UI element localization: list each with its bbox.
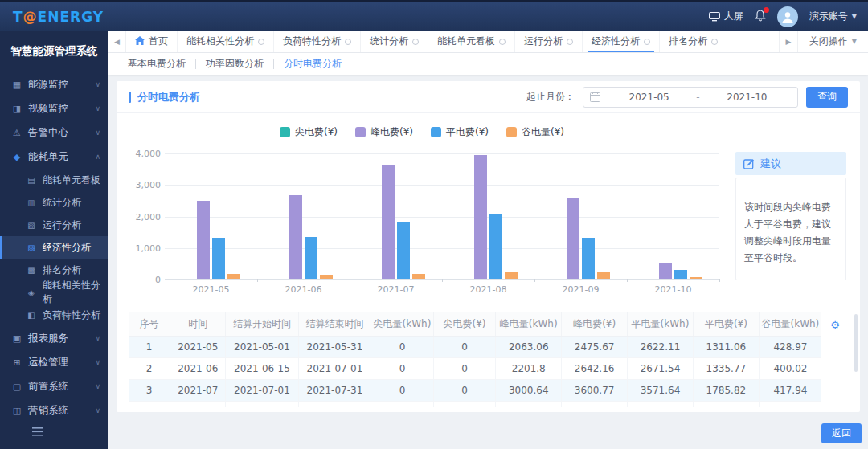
tab-close-icon[interactable] [499, 39, 506, 45]
sidebar-item-label: 视频监控 [28, 102, 68, 116]
back-button[interactable]: 返回 [821, 423, 862, 443]
subtab-基本电费分析[interactable]: 基本电费分析 [118, 57, 195, 71]
table-row[interactable]: 42021-082021-08-012021-08-31003266.53920… [129, 401, 821, 407]
tab-能耗单元看板[interactable]: 能耗单元看板 [428, 31, 515, 52]
hamburger-icon [32, 427, 43, 436]
tab-排名分析[interactable]: 排名分析 [660, 31, 727, 52]
tab-负荷特性分析[interactable]: 负荷特性分析 [274, 31, 361, 52]
bar-平电费(¥)[interactable] [397, 222, 410, 279]
legend-item-谷电量(¥)[interactable]: 谷电量(¥) [506, 125, 564, 139]
end-month-value[interactable]: 2021-10 [703, 92, 791, 103]
table-cell: 0 [433, 401, 496, 407]
big-screen-button[interactable]: 大屏 [709, 10, 743, 23]
top-bar: T@ENERGY 大屏 演示账号 ▼ [0, 0, 868, 31]
app-logo: T@ENERGY [13, 9, 104, 25]
subtab-bar: 基本电费分析功率因数分析分时电费分析 [108, 53, 868, 75]
y-axis-tick-label: 1,000 [129, 243, 161, 254]
table-row[interactable]: 32021-072021-07-012021-07-31003000.64360… [129, 379, 821, 401]
tabs-scroll-left-button[interactable]: ◀ [108, 31, 126, 52]
tab-close-icon[interactable] [567, 39, 573, 45]
table-cell: 428.97 [759, 336, 821, 357]
scrollbar-thumb[interactable] [854, 314, 858, 372]
tab-经济性分析[interactable]: 经济性分析 [583, 31, 660, 52]
subtab-功率因数分析[interactable]: 功率因数分析 [196, 57, 273, 71]
bar-峰电费(¥)[interactable] [289, 195, 302, 279]
tab-close-icon[interactable] [345, 39, 351, 45]
tab-close-icon[interactable] [258, 39, 264, 45]
legend-item-峰电费(¥)[interactable]: 峰电费(¥) [355, 125, 413, 139]
tab-统计分析[interactable]: 统计分析 [361, 31, 428, 52]
bar-平电费(¥)[interactable] [212, 238, 225, 279]
sidebar-item-correlation-analysis[interactable]: ◈能耗相关性分析 [0, 281, 108, 304]
query-button[interactable]: 查询 [806, 87, 848, 108]
chevron-down-icon: ▼ [852, 13, 857, 20]
bar-峰电费(¥)[interactable] [197, 201, 210, 279]
sidebar-item-marketing-system[interactable]: ◫营销系统∨ [0, 398, 108, 422]
sidebar-item-load-characteristic[interactable]: ◧负荷特性分析 [0, 304, 108, 326]
suggestion-title: 建议 [760, 157, 781, 171]
bar-峰电费(¥)[interactable] [382, 165, 395, 279]
bar-峰电费(¥)[interactable] [659, 263, 672, 279]
legend-item-尖电费(¥)[interactable]: 尖电费(¥) [280, 125, 338, 139]
tab-close-icon[interactable] [644, 39, 650, 45]
tab-close-icon[interactable] [412, 39, 419, 45]
start-month-value[interactable]: 2021-05 [605, 92, 693, 103]
tab-home[interactable]: 首页 [126, 31, 178, 52]
table-row[interactable]: 12021-052021-05-012021-05-31002063.06247… [129, 336, 821, 357]
month-range-picker[interactable]: 2021-05 - 2021-10 [583, 87, 798, 108]
bar-谷电量(¥)[interactable] [320, 275, 333, 279]
bar-谷电量(¥)[interactable] [505, 272, 518, 279]
bar-group-2021-08 [459, 155, 518, 279]
bar-平电费(¥)[interactable] [674, 270, 687, 279]
table-cell: 2021-07-01 [226, 379, 299, 401]
table-row[interactable]: 22021-062021-06-152021-07-01002201.82642… [129, 357, 821, 379]
sidebar-item-unit-dashboard[interactable]: ▤能耗单元看板 [0, 169, 108, 191]
sidebar-item-label: 排名分析 [43, 263, 81, 277]
sidebar-item-energy-monitor[interactable]: ▦能源监控∨ [0, 72, 108, 96]
bar-谷电量(¥)[interactable] [412, 274, 425, 279]
legend-item-平电费(¥)[interactable]: 平电费(¥) [431, 125, 489, 139]
sidebar-item-stats-analysis[interactable]: ▥统计分析 [0, 191, 108, 214]
account-menu[interactable]: 演示账号 ▼ [809, 10, 857, 23]
chevron-down-icon: ∨ [95, 406, 100, 414]
sidebar-item-maintenance[interactable]: ⊞运检管理∨ [0, 350, 108, 374]
sidebar-item-operation-analysis[interactable]: ▧运行分析 [0, 214, 108, 236]
bar-峰电费(¥)[interactable] [474, 155, 487, 279]
tab-close-icon[interactable] [711, 39, 718, 45]
sidebar-item-ranking-analysis[interactable]: ▩排名分析 [0, 259, 108, 281]
avatar[interactable] [777, 6, 798, 27]
tab-label: 能耗相关性分析 [186, 35, 254, 48]
table-cell: 2021-07 [170, 379, 226, 401]
tabs-scroll-right-button[interactable]: ▶ [780, 38, 797, 46]
sidebar-item-video-monitor[interactable]: ◨视频监控∨ [0, 96, 108, 120]
tab-运行分析[interactable]: 运行分析 [515, 31, 583, 52]
menu-collapse-button[interactable] [32, 427, 108, 439]
bar-谷电量(¥)[interactable] [597, 272, 610, 279]
chevron-down-icon: ∨ [95, 334, 100, 342]
tab-能耗相关性分析[interactable]: 能耗相关性分析 [178, 31, 274, 52]
gridline [165, 153, 719, 154]
bar-峰电费(¥)[interactable] [567, 198, 579, 279]
table-settings-gear-icon[interactable]: ⚙ [830, 319, 840, 331]
chevron-down-icon: ∨ [95, 382, 100, 390]
table-cell: 2622.11 [628, 336, 694, 357]
sidebar-item-front-system[interactable]: ▢前置系统∨ [0, 374, 108, 398]
bar-平电费(¥)[interactable] [582, 238, 595, 279]
y-axis-tick-label: 4,000 [129, 149, 161, 159]
marketing-system-icon: ◫ [11, 406, 23, 416]
sidebar-item-alarm-center[interactable]: ⚠告警中心∨ [0, 120, 108, 145]
sidebar-item-economic-analysis[interactable]: ▨经济性分析 [0, 236, 108, 259]
sidebar-item-energy-unit[interactable]: ◆能耗单元∧ [0, 145, 108, 169]
tab-label: 排名分析 [669, 35, 707, 48]
system-title: 智慧能源管理系统 [0, 31, 108, 72]
table-header-平电量(kWh): 平电量(kWh) [628, 312, 694, 336]
ranking-analysis-icon: ▩ [26, 266, 37, 275]
close-operations-dropdown[interactable]: 关闭操作 ▼ [797, 31, 868, 52]
bar-平电费(¥)[interactable] [305, 237, 317, 279]
bar-平电费(¥)[interactable] [489, 214, 502, 279]
notifications-button[interactable] [755, 10, 766, 24]
bar-谷电量(¥)[interactable] [690, 277, 702, 279]
subtab-分时电费分析[interactable]: 分时电费分析 [274, 57, 351, 71]
bar-谷电量(¥)[interactable] [227, 274, 240, 279]
sidebar-item-report-service[interactable]: ▣报表服务∨ [0, 326, 108, 350]
